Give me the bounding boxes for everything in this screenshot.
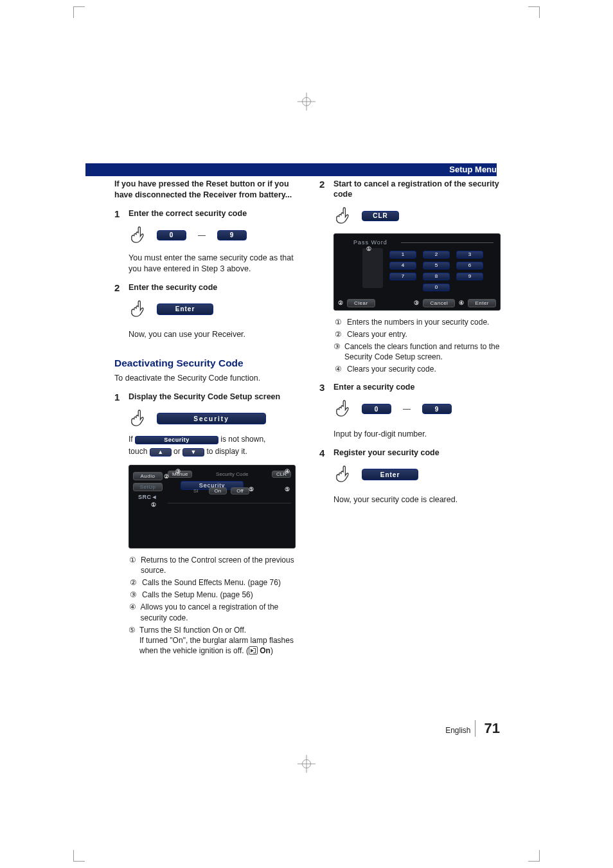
step-title: Register your security code bbox=[333, 448, 501, 458]
deact-if-line: If Security is not shown, touch ▲ or ▼ t… bbox=[129, 433, 296, 458]
left-column: If you have pressed the Reset button or … bbox=[114, 179, 296, 658]
src-button: SRC◄ bbox=[133, 494, 163, 500]
arrow-down-button[interactable]: ▼ bbox=[182, 448, 204, 457]
key-9-button[interactable]: 9 bbox=[217, 230, 247, 240]
setup-button[interactable]: SetUp bbox=[133, 483, 163, 491]
range-dash: — bbox=[194, 231, 209, 240]
keypad-2[interactable]: 2 bbox=[423, 251, 450, 258]
security-button[interactable]: Security bbox=[157, 413, 266, 424]
clr-button[interactable]: CLR bbox=[362, 211, 399, 221]
keypad-5[interactable]: 5 bbox=[423, 262, 450, 269]
enter-button[interactable]: Enter bbox=[468, 299, 496, 307]
off-toggle[interactable]: Off bbox=[231, 487, 249, 494]
legend-num-2: ② bbox=[129, 577, 138, 588]
callout-4: ④ bbox=[459, 300, 464, 306]
right-step4-controls: Enter bbox=[333, 464, 501, 485]
corner-bl bbox=[73, 850, 85, 862]
legend-num-2: ② bbox=[333, 329, 343, 339]
keypad-3[interactable]: 3 bbox=[456, 251, 483, 258]
corner-tr bbox=[528, 6, 540, 18]
keypad-9[interactable]: 9 bbox=[456, 273, 483, 280]
step-number: 2 bbox=[114, 282, 123, 293]
legend-text-3: Cancels the clears function and returns … bbox=[344, 341, 501, 362]
callout-1: ① bbox=[151, 502, 156, 508]
hand-icon bbox=[333, 398, 354, 420]
right-step2-controls: CLR bbox=[333, 205, 501, 227]
corner-br bbox=[528, 850, 540, 862]
legend-num-1: ① bbox=[333, 317, 343, 327]
text-touch: touch bbox=[129, 447, 147, 456]
legend-text-1: Enters the numbers in your security code… bbox=[347, 317, 489, 327]
footer-lang: English bbox=[445, 726, 470, 735]
left-step2-controls: Enter bbox=[129, 298, 296, 320]
right-step3-controls: 0 — 9 bbox=[333, 398, 501, 420]
keypad-8[interactable]: 8 bbox=[423, 273, 450, 280]
keypad-0[interactable]: 0 bbox=[423, 284, 450, 291]
mini-security-pill: Security bbox=[135, 436, 218, 444]
registration-mark-top bbox=[298, 93, 315, 111]
step-number: 1 bbox=[114, 392, 123, 402]
header-title: Setup Menu bbox=[449, 165, 497, 174]
device-title: Security Code bbox=[216, 471, 248, 477]
legend-text-1: Returns to the Control screen of the pre… bbox=[141, 555, 296, 575]
enter-button[interactable]: Enter bbox=[362, 469, 418, 480]
on-toggle[interactable]: On bbox=[209, 487, 227, 494]
step-number: 3 bbox=[319, 382, 328, 393]
hand-icon bbox=[129, 298, 149, 320]
right-step4-note: Now, your security code is cleared. bbox=[333, 494, 501, 505]
legend-num-4: ④ bbox=[129, 602, 136, 622]
si-label: SI bbox=[193, 488, 199, 494]
right-step3-note: Input by four-digit number. bbox=[333, 429, 501, 440]
callout-3: ③ bbox=[175, 468, 181, 475]
section-title: Deactivating Security Code bbox=[114, 357, 296, 369]
legend-num-1: ① bbox=[129, 555, 137, 575]
callout-4: ④ bbox=[285, 468, 290, 475]
hand-icon bbox=[333, 464, 354, 485]
corner-tl bbox=[73, 6, 85, 18]
step-title: Enter the correct security code bbox=[129, 208, 296, 219]
hand-icon bbox=[333, 205, 354, 227]
keypad-1[interactable]: 1 bbox=[389, 251, 416, 258]
device2-legend: ①Enters the numbers in your security cod… bbox=[333, 317, 501, 375]
legend-text-4: Allows you to cancel a registration of t… bbox=[140, 602, 296, 622]
legend-num-3: ③ bbox=[333, 341, 341, 362]
callout-3: ③ bbox=[414, 300, 419, 306]
left-step1-controls: 0 — 9 bbox=[129, 224, 296, 246]
legend-num-3: ③ bbox=[129, 590, 138, 600]
text-or: or bbox=[173, 447, 181, 456]
callout-1: ① bbox=[366, 246, 371, 252]
clear-button[interactable]: Clear bbox=[347, 299, 375, 307]
arrow-up-button[interactable]: ▲ bbox=[150, 448, 172, 457]
device-screenshot-1: Audio SetUp SRC◄ Menue Security Code CLR… bbox=[129, 465, 296, 548]
password-label: Pass Word bbox=[353, 239, 387, 246]
header-bar bbox=[85, 163, 497, 176]
audio-button[interactable]: Audio bbox=[133, 472, 163, 480]
keypad-6[interactable]: 6 bbox=[456, 262, 483, 269]
registration-mark-bottom bbox=[298, 755, 315, 773]
callout-5-on: ⑤ bbox=[249, 486, 254, 493]
section-subtitle: To deactivate the Security Code function… bbox=[114, 373, 296, 384]
key-0-button[interactable]: 0 bbox=[362, 404, 391, 414]
cancel-button[interactable]: Cancel bbox=[423, 299, 455, 307]
legend-text-4: Clears your security code. bbox=[347, 364, 436, 374]
text-display-it: to display it. bbox=[206, 447, 247, 456]
factory-default-icon bbox=[249, 646, 258, 655]
range-dash: — bbox=[399, 404, 414, 413]
text-not-shown: is not shown, bbox=[220, 435, 265, 444]
right-step2: 2 Start to cancel a registration of the … bbox=[319, 179, 501, 200]
step-title: Enter a security code bbox=[333, 382, 501, 393]
page-footer: English 71 bbox=[445, 720, 500, 737]
key-0-button[interactable]: 0 bbox=[157, 230, 186, 240]
keypad-4[interactable]: 4 bbox=[389, 262, 416, 269]
left-step2: 2 Enter the security code bbox=[114, 282, 296, 293]
legend-text-2: Clears your entry. bbox=[347, 329, 407, 339]
left-step1-note: You must enter the same security code as… bbox=[129, 253, 296, 275]
step-title: Display the Security Code Setup screen bbox=[129, 392, 296, 402]
key-9-button[interactable]: 9 bbox=[422, 404, 452, 414]
intro-text: If you have pressed the Reset button or … bbox=[114, 179, 296, 201]
device1-legend: ①Returns to the Control screen of the pr… bbox=[129, 555, 296, 656]
right-step4: 4 Register your security code bbox=[319, 448, 501, 458]
step-title: Start to cancel a registration of the se… bbox=[333, 179, 501, 200]
keypad-7[interactable]: 7 bbox=[389, 273, 416, 280]
enter-button[interactable]: Enter bbox=[157, 303, 213, 315]
